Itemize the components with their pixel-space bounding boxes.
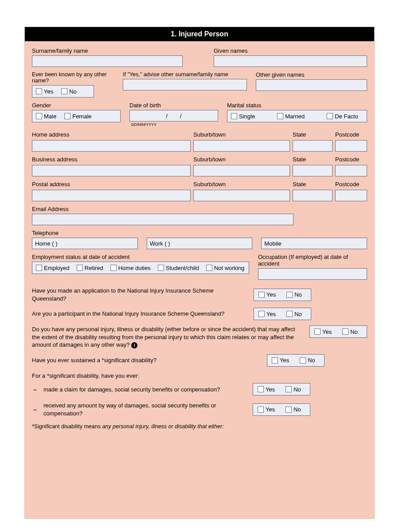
label-dob: Date of birth bbox=[129, 102, 218, 109]
marital-single[interactable]: Single bbox=[231, 113, 255, 120]
sig-disability-yes[interactable]: Yes bbox=[272, 357, 289, 364]
dob-sep-1: / bbox=[166, 113, 168, 119]
label-home-state: State bbox=[293, 131, 332, 138]
label-postal-suburb: Suburb/town bbox=[193, 181, 290, 188]
other-name-no[interactable]: No bbox=[61, 88, 77, 95]
postal-addr-input[interactable] bbox=[32, 190, 191, 201]
bullet-dash: – bbox=[32, 386, 38, 393]
niis-part-yesno: Yes No bbox=[254, 308, 311, 320]
label-home-postcode: Postcode bbox=[335, 131, 367, 138]
label-other-name-q: Ever been known by any other name? bbox=[32, 71, 114, 84]
sig-b-yes[interactable]: Yes bbox=[258, 406, 275, 413]
label-other-surname: If "Yes," advise other surname/family na… bbox=[123, 71, 247, 78]
niis-part-yes[interactable]: Yes bbox=[258, 311, 276, 317]
biz-suburb-input[interactable] bbox=[193, 165, 290, 176]
home-postcode-input[interactable] bbox=[335, 140, 367, 152]
gender-male[interactable]: Male bbox=[36, 113, 56, 120]
disability-long-no[interactable]: No bbox=[342, 329, 358, 335]
tel-mobile-input[interactable]: Mobile bbox=[261, 238, 367, 249]
q-sig-a: made a claim for damages, social securit… bbox=[43, 386, 247, 394]
niis-part-no[interactable]: No bbox=[286, 311, 302, 317]
q-niis-app: Have you made an application to the Nati… bbox=[32, 287, 245, 302]
marital-defacto[interactable]: De Facto bbox=[327, 113, 358, 120]
other-name-yesno: Yes No bbox=[32, 85, 94, 98]
footnote: *Significant disability means any person… bbox=[32, 423, 367, 430]
niis-app-no[interactable]: No bbox=[286, 291, 302, 298]
disability-long-yesno: Yes No bbox=[309, 325, 367, 338]
label-telephone: Telephone bbox=[32, 230, 367, 236]
sig-a-no[interactable]: No bbox=[286, 386, 301, 393]
sig-disability-no[interactable]: No bbox=[300, 357, 315, 364]
label-biz-postcode: Postcode bbox=[335, 156, 367, 163]
marital-group: Single Married De Facto bbox=[227, 110, 367, 122]
emp-not-working[interactable]: Not working bbox=[206, 265, 245, 271]
label-postal-addr: Postal address bbox=[32, 181, 191, 188]
sig-b-no[interactable]: No bbox=[286, 406, 301, 413]
section-header: 1. Injured Person bbox=[25, 27, 374, 41]
label-home-suburb: Suburb/town bbox=[193, 131, 290, 138]
biz-state-input[interactable] bbox=[293, 165, 332, 176]
label-biz-state: State bbox=[293, 156, 332, 163]
label-other-given: Other given names bbox=[256, 71, 367, 78]
postal-postcode-input[interactable] bbox=[335, 190, 367, 201]
q-sig-disability: Have you ever sustained a *significant d… bbox=[32, 356, 245, 364]
marital-married[interactable]: Married bbox=[277, 113, 305, 120]
label-surname: Surname/family name bbox=[32, 47, 183, 54]
home-suburb-input[interactable] bbox=[193, 140, 290, 152]
other-given-input[interactable] bbox=[256, 79, 367, 91]
gender-group: Male Female bbox=[32, 110, 121, 122]
emp-status-group: Employed Retired Home duties Student/chi… bbox=[32, 262, 249, 274]
occupation-input[interactable] bbox=[258, 268, 367, 280]
home-state-input[interactable] bbox=[293, 140, 332, 152]
gender-female[interactable]: Female bbox=[64, 113, 91, 120]
dob-hint: DD/MM/YYYY bbox=[131, 122, 218, 127]
tel-work-input[interactable]: Work ( ) bbox=[147, 238, 253, 249]
sig-a-yesno: Yes No bbox=[253, 383, 310, 395]
given-names-input[interactable] bbox=[214, 55, 367, 67]
q-disability-long: Do you have any personal injury, illness… bbox=[32, 325, 301, 349]
bullet-dash: – bbox=[32, 406, 38, 413]
dob-sep-2: / bbox=[180, 113, 182, 119]
sig-intro: For a *significant disability, have you … bbox=[32, 372, 367, 380]
emp-employed[interactable]: Employed bbox=[36, 265, 70, 271]
other-surname-input[interactable] bbox=[123, 79, 247, 90]
biz-postcode-input[interactable] bbox=[335, 165, 367, 176]
label-occupation: Occupation (If employed) at date of acci… bbox=[258, 254, 367, 267]
q-niis-part: Are you a participant in the National In… bbox=[32, 310, 245, 318]
emp-retired[interactable]: Retired bbox=[77, 265, 103, 271]
injured-person-form: 1. Injured Person Surname/family name Gi… bbox=[24, 27, 375, 519]
label-biz-addr: Business address bbox=[32, 156, 191, 163]
label-emp-status: Employment status at date of accident bbox=[32, 254, 249, 260]
sig-b-yesno: Yes No bbox=[253, 403, 310, 416]
label-postal-state: State bbox=[293, 181, 332, 188]
email-input[interactable] bbox=[32, 214, 293, 225]
emp-home-duties[interactable]: Home duties bbox=[110, 265, 151, 271]
label-biz-suburb: Suburb/town bbox=[193, 156, 290, 163]
postal-state-input[interactable] bbox=[293, 190, 332, 201]
label-home-addr: Home address bbox=[32, 131, 191, 138]
label-gender: Gender bbox=[32, 102, 121, 109]
tel-home-input[interactable]: Home ( ) bbox=[32, 238, 138, 249]
disability-long-yes[interactable]: Yes bbox=[314, 329, 332, 335]
home-addr-input[interactable] bbox=[32, 140, 191, 152]
postal-suburb-input[interactable] bbox=[193, 190, 290, 201]
niis-app-yesno: Yes No bbox=[254, 289, 311, 301]
label-given: Given names bbox=[214, 47, 367, 54]
surname-input[interactable] bbox=[32, 55, 183, 67]
sig-disability-yesno: Yes No bbox=[267, 354, 325, 367]
label-marital: Marital status bbox=[227, 102, 367, 109]
label-email: Email Address bbox=[32, 206, 367, 212]
niis-app-yes[interactable]: Yes bbox=[258, 291, 276, 298]
q-sig-b: received any amount by way of damages, s… bbox=[43, 402, 247, 417]
emp-student[interactable]: Student/child bbox=[158, 265, 199, 271]
dob-input[interactable]: / / bbox=[129, 110, 218, 121]
other-name-yes[interactable]: Yes bbox=[36, 88, 53, 95]
biz-addr-input[interactable] bbox=[32, 165, 191, 176]
info-icon[interactable]: i bbox=[131, 342, 137, 348]
label-postal-postcode: Postcode bbox=[335, 181, 367, 188]
sig-a-yes[interactable]: Yes bbox=[258, 386, 275, 393]
